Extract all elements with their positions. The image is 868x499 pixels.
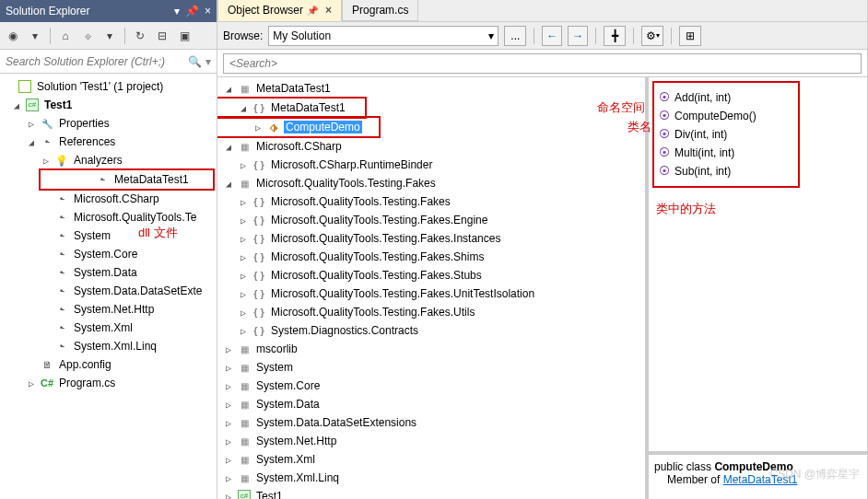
tab-programcs[interactable]: Program.cs (342, 0, 418, 21)
annotation-class: 类名 (628, 119, 651, 135)
chevron-down-icon: ▾ (488, 29, 494, 42)
cs-icon: C# (40, 376, 54, 390)
member-item[interactable]: ⦿Div(int, int) (656, 125, 796, 144)
annotation-methods: 类中的方法 (656, 201, 863, 217)
ob-tab-bar: Object Browser 📌 × Program.cs (217, 0, 867, 22)
tab-object-browser[interactable]: Object Browser 📌 × (217, 0, 342, 21)
ref-item[interactable]: System.Core (0, 245, 217, 263)
back-button[interactable]: ◉ (4, 27, 22, 45)
ref-icon (95, 172, 110, 187)
nav-back-button[interactable]: ← (542, 26, 562, 46)
ob-search-input[interactable] (223, 53, 862, 74)
ns-node[interactable]: ▷{ }Microsoft.QualityTools.Testing.Fakes… (217, 229, 645, 248)
asm-node[interactable]: ▷System.Data (217, 395, 645, 413)
group-button[interactable]: ⊞ (679, 26, 701, 46)
ref-item[interactable]: System.Net.Http (0, 300, 217, 319)
browse-label: Browse: (223, 29, 263, 42)
ns-node[interactable]: ▷{ }Microsoft.QualityTools.Testing.Fakes… (217, 284, 645, 303)
asm-node[interactable]: ▷System (217, 358, 645, 377)
settings-button[interactable]: ⚙▾ (641, 26, 663, 46)
ns-node[interactable]: ▷{ }Microsoft.QualityTools.Testing.Fakes (217, 192, 645, 211)
member-item[interactable]: ⦿ComputeDemo() (656, 107, 796, 125)
analyzers-node[interactable]: ▷ 💡 Analyzers (0, 151, 217, 169)
pin-icon[interactable]: 📌 (185, 5, 199, 17)
watermark: CSDN @博弈星宇 (769, 467, 860, 482)
expand-icon[interactable]: ▷ (41, 156, 52, 166)
member-item[interactable]: ⦿Sub(int, int) (656, 162, 796, 180)
ns-node[interactable]: ▷{ }Microsoft.QualityTools.Testing.Fakes… (217, 303, 645, 321)
se-tree: Solution 'Test1' (1 project) ◢ c# Test1 … (0, 74, 217, 396)
se-search-input[interactable] (6, 55, 188, 68)
dd2-button[interactable]: ▾ (100, 27, 119, 45)
ref-item[interactable]: System.Data.DataSetExte (0, 282, 217, 300)
search-icon[interactable]: 🔍 (188, 55, 202, 68)
member-item[interactable]: ⦿Add(int, int) (656, 88, 796, 107)
ns-node[interactable]: ▷{ }Microsoft.QualityTools.Testing.Fakes… (217, 266, 645, 284)
expand-icon[interactable]: ▷ (26, 119, 37, 129)
browse-more-button[interactable]: ... (504, 26, 526, 46)
analyzers-icon: 💡 (54, 153, 69, 168)
asm-node[interactable]: ▷System.Core (217, 377, 645, 395)
asm-node[interactable]: ◢Microsoft.CSharp (217, 137, 645, 156)
member-item[interactable]: ⦿Multi(int, int) (656, 144, 796, 162)
expand-icon[interactable]: ▷ (26, 378, 37, 389)
nav-fwd-button[interactable]: → (568, 26, 588, 46)
expand-icon[interactable]: ◢ (11, 100, 22, 110)
method-icon: ⦿ (658, 146, 671, 159)
asm-node[interactable]: ◢MetaDataTest1 (217, 79, 645, 98)
annotation-namespace: 命名空间 (597, 99, 645, 116)
members-panel: ⦿Add(int, int) ⦿ComputeDemo() ⦿Div(int, … (649, 77, 867, 451)
ref-item[interactable]: Microsoft.QualityTools.Te (0, 208, 217, 226)
ref-item[interactable]: System (0, 226, 217, 245)
properties-node[interactable]: ▷ Properties (0, 114, 217, 133)
expand-icon[interactable]: ◢ (26, 137, 37, 147)
method-icon: ⦿ (658, 165, 671, 178)
dd-button[interactable]: ▾ (26, 27, 44, 45)
pin-icon[interactable]: 📌 (307, 6, 318, 16)
search-dd-icon[interactable]: ▾ (205, 55, 211, 68)
ob-tree: ◢MetaDataTest1 ◢{ }MetaDataTest1 ▷⬗Compu… (217, 77, 649, 499)
asm-node[interactable]: ▷mscorlib (217, 340, 645, 358)
solution-node[interactable]: Solution 'Test1' (1 project) (0, 77, 217, 96)
collapse-button[interactable]: ⊟ (153, 27, 171, 45)
class-icon: ⬗ (266, 120, 281, 134)
ref-metadatatest1[interactable]: MetaDataTest1 (41, 170, 213, 189)
sync-button[interactable]: ⟐ (78, 27, 97, 45)
references-node[interactable]: ◢ References (0, 133, 217, 151)
references-icon (40, 134, 54, 149)
object-browser-panel: Object Browser 📌 × Program.cs Browse: My… (217, 0, 868, 499)
refresh-button[interactable]: ↻ (131, 27, 149, 45)
browse-row: Browse: My Solution ▾ ... ← → ╋ ⚙▾ ⊞ (217, 22, 867, 50)
asm-node[interactable]: ▷System.Xml (217, 450, 645, 469)
ns-node[interactable]: ▷{ }Microsoft.QualityTools.Testing.Fakes… (217, 211, 645, 229)
dropdown-icon[interactable]: ▾ (174, 5, 180, 17)
asm-node[interactable]: ▷System.Data.DataSetExtensions (217, 413, 645, 432)
asm-node[interactable]: ▷System.Net.Http (217, 432, 645, 450)
programcs-node[interactable]: ▷ C# Program.cs (0, 374, 217, 392)
ns-node[interactable]: ▷{ }Microsoft.QualityTools.Testing.Fakes… (217, 248, 645, 266)
annotation-dll: dll 文件 (138, 225, 178, 241)
close-tab-icon[interactable]: × (325, 4, 332, 17)
showall-button[interactable]: ▣ (175, 27, 194, 45)
ob-right-panel: ⦿Add(int, int) ⦿ComputeDemo() ⦿Div(int, … (649, 77, 867, 499)
home-button[interactable]: ⌂ (56, 27, 75, 45)
browse-dropdown[interactable]: My Solution ▾ (268, 26, 499, 46)
class-node[interactable]: ▷⬗ComputeDemo (217, 118, 379, 136)
ref-item[interactable]: System.Xml (0, 319, 217, 337)
appconfig-node[interactable]: App.config (0, 355, 217, 374)
ns-node[interactable]: ▷{ }System.Diagnostics.Contracts (217, 321, 645, 340)
ns-node[interactable]: ▷{ }Microsoft.CSharp.RuntimeBinder (217, 156, 645, 174)
members-redbox: ⦿Add(int, int) ⦿ComputeDemo() ⦿Div(int, … (652, 81, 800, 188)
asm-node[interactable]: ▷c#Test1 (217, 487, 645, 499)
ref-item[interactable]: System.Xml.Linq (0, 337, 217, 355)
ref-item[interactable]: System.Data (0, 263, 217, 282)
namespace-icon: { } (252, 100, 266, 115)
ns-node[interactable]: ◢{ }MetaDataTest1 (217, 99, 365, 117)
close-icon[interactable]: × (205, 5, 211, 17)
assembly-icon (237, 81, 252, 96)
project-node[interactable]: ◢ c# Test1 (0, 96, 217, 114)
asm-node[interactable]: ▷System.Xml.Linq (217, 469, 645, 487)
asm-node[interactable]: ◢Microsoft.QualityTools.Testing.Fakes (217, 174, 645, 192)
addref-button[interactable]: ╋ (604, 26, 626, 46)
ref-item[interactable]: Microsoft.CSharp (0, 190, 217, 208)
